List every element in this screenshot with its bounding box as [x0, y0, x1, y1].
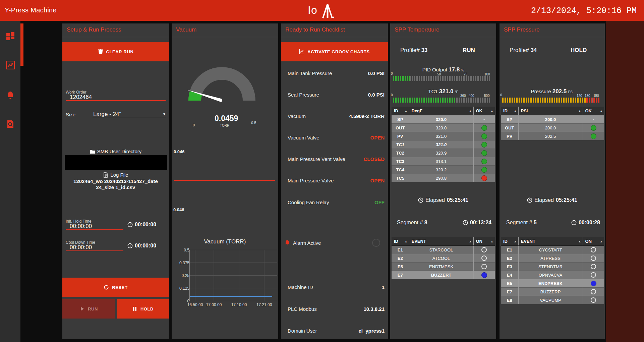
- file-icon: [103, 172, 108, 178]
- size-select[interactable]: Large - 24": [93, 111, 121, 118]
- info-value: el_ypress1: [358, 328, 385, 334]
- x-tick: 17:21:00: [252, 302, 276, 307]
- table-row: OUT320.0: [392, 124, 495, 132]
- iot-logo: Io: [308, 3, 338, 19]
- work-order-input[interactable]: 1202464: [70, 94, 92, 101]
- event-row: E8VACPUMP: [501, 296, 604, 304]
- sort-psi[interactable]: PSI▲: [518, 107, 583, 115]
- bar-fill-normal: [502, 98, 586, 103]
- sort-event[interactable]: EVENT▲: [409, 237, 473, 246]
- segment-value: 8: [424, 220, 427, 225]
- elapsed-value: 05:25:41: [447, 197, 468, 203]
- pressure-value: 202.5: [552, 88, 567, 95]
- size-label: Size: [66, 112, 75, 117]
- log-file-name: 1202464_wo 20240213-115427_date 24_size …: [73, 178, 159, 190]
- pause-icon: [132, 306, 137, 311]
- clear-run-button[interactable]: CLEAR RUN: [62, 42, 169, 61]
- reset-label: RESET: [112, 285, 127, 290]
- col-id: ID: [503, 108, 508, 113]
- sidebar-item-log-viewer[interactable]: [0, 115, 20, 133]
- bar-tick: 360: [460, 94, 466, 98]
- hold-label: HOLD: [140, 306, 154, 311]
- gauge-unit: TORR: [220, 124, 229, 127]
- sort-ok[interactable]: OK▲: [583, 107, 604, 115]
- segment-timer: 00:00:28: [571, 220, 600, 226]
- profile-label: Profile#: [510, 47, 529, 53]
- panel-spp-temperature: SPP Temperature Profile# 33 RUN PID Outp…: [390, 23, 496, 339]
- folder-icon: [90, 149, 95, 154]
- vacuum-slider-line[interactable]: [174, 180, 275, 181]
- info-value: 10.3.8.21: [363, 306, 385, 312]
- sort-ok[interactable]: OK▲: [473, 107, 495, 115]
- chevron-down-icon[interactable]: ▼: [163, 112, 166, 116]
- info-value: 1: [382, 284, 385, 290]
- logo-arrow-icon: [320, 3, 335, 19]
- sort-id[interactable]: ID▲: [501, 107, 518, 115]
- bar-tick: 50: [437, 72, 441, 76]
- profile-value: 34: [530, 47, 537, 53]
- cool-down-input[interactable]: 00:00:00: [70, 244, 92, 251]
- pid-value: 17.8: [449, 66, 460, 73]
- table-header-row: ID▲ EVENT▲ ON▲: [501, 237, 604, 246]
- bar-tick: 400: [469, 94, 474, 98]
- hold-button[interactable]: HOLD: [117, 299, 169, 319]
- event-row: E7BUZZERP: [501, 288, 604, 296]
- clock-icon: [571, 220, 577, 225]
- sort-degf[interactable]: DegF▲: [409, 107, 473, 115]
- vacuum-gauge: [183, 59, 260, 106]
- segment-row: Segment # 5: [506, 220, 537, 226]
- sidebar-item-trends[interactable]: [0, 56, 20, 74]
- x-tick: 17:00:00: [202, 302, 226, 307]
- y-press-dashboard: Y-Press Machine Io 2/13/2024, 5:20:16 PM: [0, 0, 644, 342]
- activate-groov-charts-button[interactable]: ACTIVATE GROOV CHARTS: [281, 42, 388, 61]
- reset-button[interactable]: RESET: [62, 278, 169, 297]
- divider: [62, 37, 169, 37]
- temperature-events-table: ID▲ EVENT▲ ON▲ E1STARCOOL E2ATCOOL E5END…: [392, 237, 495, 279]
- sidebar-item-alarms[interactable]: [0, 86, 20, 105]
- table-row: SP320.0-: [392, 115, 495, 124]
- sort-id[interactable]: ID▲: [392, 107, 409, 115]
- log-file-label: Log File: [110, 172, 128, 178]
- dashboard-icon: [6, 32, 15, 41]
- event-row: E5ENDPRESK: [501, 279, 604, 288]
- segment-value: 5: [534, 220, 537, 225]
- segment-time: 00:00:28: [579, 220, 600, 226]
- smb-directory-box[interactable]: [65, 155, 167, 170]
- alarm-indicator[interactable]: [372, 239, 380, 247]
- bar-tick: 0: [391, 93, 393, 97]
- sort-id[interactable]: ID▲: [501, 237, 518, 246]
- pressure-events-table: ID▲ EVENT▲ ON▲ E1CYCSTART E2ATPRESS E3ST…: [501, 237, 604, 304]
- app-title: Y-Press Machine: [5, 6, 57, 14]
- panel-vacuum: Vacuum 0.0459 TORR 0 0.5 0.046 0.046 Vac…: [172, 23, 278, 339]
- checklist-label: Main Tank Pressure: [288, 70, 332, 76]
- header-clock: 2/13/2024, 5:20:16 PM: [531, 6, 637, 16]
- segment-label: Segment #: [397, 220, 423, 225]
- checklist-value: 4.590e-2 TORR: [349, 113, 385, 119]
- clock-icon: [127, 222, 133, 227]
- elapsed-row: Elapsed 05:25:41: [390, 197, 496, 203]
- sort-id[interactable]: ID▲: [392, 237, 409, 246]
- col-ok: OK: [476, 108, 483, 113]
- segment-timer: 00:13:24: [463, 220, 491, 226]
- bar-fill: [393, 76, 410, 81]
- checklist-value: OFF: [374, 199, 385, 205]
- tc1-bar: [393, 98, 490, 103]
- panel-title: SPP Pressure: [504, 26, 539, 33]
- table-row: OUT200.0: [501, 124, 604, 132]
- bar-tick: 0: [500, 93, 502, 97]
- vacuum-chart-title: Vacuum (TORR): [172, 238, 278, 245]
- sort-event[interactable]: EVENT▲: [518, 237, 583, 246]
- smb-directory-row: SMB User Directory: [62, 149, 169, 154]
- run-button[interactable]: RUN: [62, 299, 115, 319]
- sort-on[interactable]: ON▲: [473, 237, 495, 246]
- sort-on[interactable]: ON▲: [583, 237, 604, 246]
- cool-down-timer: 00:00:00: [127, 243, 156, 249]
- document-search-icon: [6, 120, 15, 128]
- table-header-row: ID▲ PSI▲ OK▲: [501, 107, 604, 115]
- pressure-unit: PSI: [568, 90, 573, 94]
- table-row: TC5290.8: [392, 174, 495, 182]
- elapsed-value: 05:25:41: [556, 197, 577, 203]
- init-hold-input[interactable]: 00:00:00: [70, 223, 92, 230]
- event-row: E7BUZZERT: [392, 271, 495, 279]
- sidebar-item-dashboard[interactable]: [0, 27, 20, 46]
